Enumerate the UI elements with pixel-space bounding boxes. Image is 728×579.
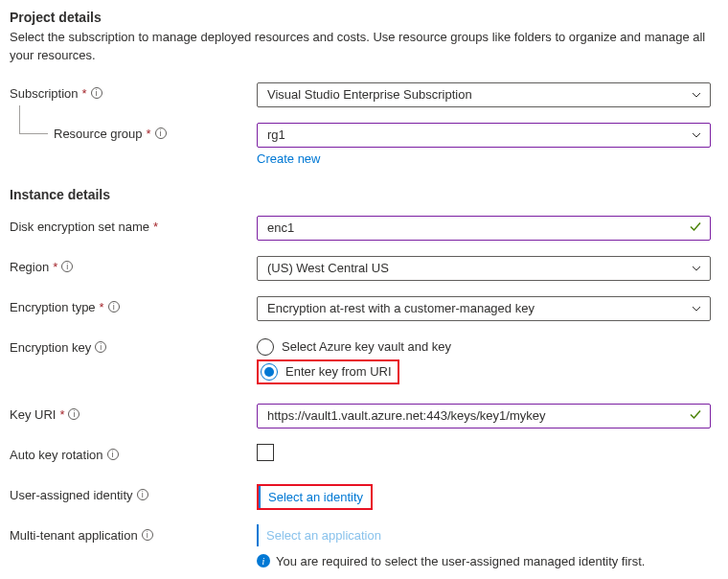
chevron-down-icon: [691, 89, 702, 101]
create-new-link[interactable]: Create new: [257, 150, 711, 166]
subscription-value: Visual Studio Enterprise Subscription: [267, 87, 472, 102]
check-icon: [689, 220, 702, 236]
multi-tenant-app-label: Multi-tenant application: [10, 528, 138, 543]
resource-group-select[interactable]: rg1: [257, 123, 711, 148]
subscription-label: Subscription: [10, 86, 79, 101]
disk-enc-name-input[interactable]: enc1: [257, 216, 711, 241]
info-icon[interactable]: i: [91, 87, 102, 99]
auto-key-rotation-label: Auto key rotation: [10, 448, 103, 462]
radio-label: Enter key from URI: [285, 364, 392, 379]
resource-group-label: Resource group: [54, 127, 143, 141]
indent-marker: [19, 105, 48, 134]
region-value: (US) West Central US: [267, 261, 389, 275]
info-icon[interactable]: i: [155, 127, 167, 139]
highlighted-radio-uri: Enter key from URI: [257, 359, 399, 384]
required-marker: *: [100, 300, 104, 314]
highlighted-select-identity: Select an identity: [257, 484, 373, 510]
required-marker: *: [59, 407, 64, 422]
user-assigned-identity-label: User-assigned identity: [10, 488, 133, 502]
project-details-heading: Project details: [10, 10, 718, 25]
encryption-type-select[interactable]: Encryption at-rest with a customer-manag…: [257, 296, 711, 321]
subscription-select[interactable]: Visual Studio Enterprise Subscription: [257, 82, 711, 107]
chevron-down-icon: [691, 129, 702, 141]
encryption-type-value: Encryption at-rest with a customer-manag…: [267, 301, 535, 315]
check-icon: [689, 407, 702, 424]
instance-details-heading: Instance details: [10, 187, 718, 202]
key-uri-value: https://vault1.vault.azure.net:443/keys/…: [267, 408, 545, 423]
info-icon[interactable]: i: [142, 529, 153, 541]
info-icon[interactable]: i: [68, 408, 80, 420]
multi-tenant-info-text: You are required to select the user-assi…: [276, 554, 645, 568]
disk-enc-name-label: Disk encryption set name: [10, 220, 149, 234]
required-marker: *: [82, 86, 87, 101]
required-marker: *: [153, 220, 158, 234]
select-identity-link[interactable]: Select an identity: [268, 490, 363, 504]
region-select[interactable]: (US) West Central US: [257, 256, 711, 281]
radio-label: Select Azure key vault and key: [282, 339, 451, 354]
required-marker: *: [147, 127, 151, 141]
disk-enc-name-value: enc1: [267, 220, 294, 235]
radio-enter-uri[interactable]: Enter key from URI: [261, 363, 392, 381]
info-icon[interactable]: i: [61, 261, 73, 272]
required-marker: *: [53, 260, 57, 274]
key-uri-label: Key URI: [10, 407, 56, 422]
info-icon[interactable]: i: [108, 301, 120, 313]
radio-select-keyvault[interactable]: Select Azure key vault and key: [257, 336, 711, 358]
info-icon[interactable]: i: [137, 489, 148, 500]
encryption-type-label: Encryption type: [10, 300, 96, 314]
info-icon[interactable]: i: [95, 341, 106, 353]
resource-group-value: rg1: [267, 127, 285, 142]
radio-icon: [257, 338, 274, 356]
encryption-key-label: Encryption key: [10, 340, 91, 355]
chevron-down-icon: [691, 303, 702, 314]
project-details-desc: Select the subscription to manage deploy…: [10, 29, 718, 65]
info-fill-icon: i: [257, 554, 270, 567]
auto-key-rotation-checkbox[interactable]: [257, 444, 274, 461]
info-icon[interactable]: i: [107, 449, 119, 460]
region-label: Region: [10, 260, 49, 274]
select-application-link[interactable]: Select an application: [266, 528, 381, 543]
chevron-down-icon: [691, 263, 702, 274]
radio-icon: [261, 363, 278, 381]
key-uri-input[interactable]: https://vault1.vault.azure.net:443/keys/…: [257, 404, 711, 428]
